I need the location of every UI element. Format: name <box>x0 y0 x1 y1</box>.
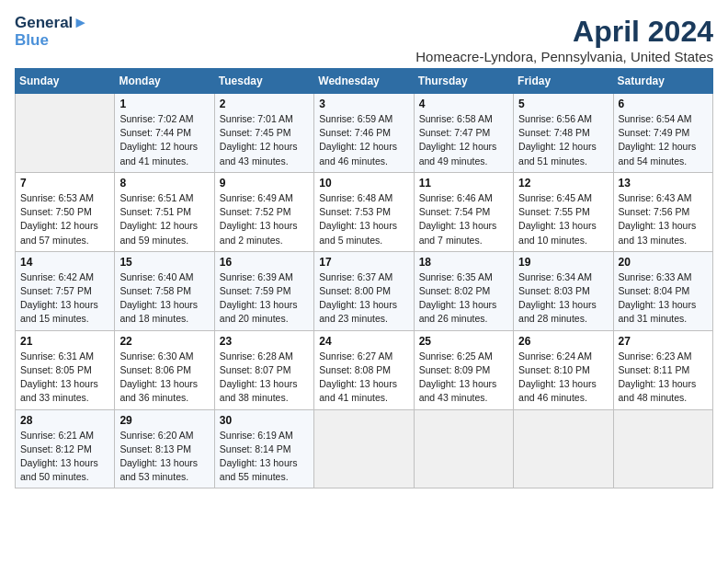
cell-info: Sunrise: 6:40 AMSunset: 7:58 PMDaylight:… <box>119 270 209 327</box>
cell-info: Sunrise: 6:20 AMSunset: 8:13 PMDaylight:… <box>119 429 209 485</box>
day-number: 11 <box>419 177 508 190</box>
day-of-week-header: Friday <box>514 69 613 94</box>
day-number: 2 <box>220 98 309 110</box>
day-of-week-header: Sunday <box>16 69 115 94</box>
calendar-cell: 20Sunrise: 6:33 AMSunset: 8:04 PMDayligh… <box>613 251 712 330</box>
day-number: 5 <box>518 98 608 110</box>
day-number: 24 <box>319 335 408 348</box>
calendar-cell: 4Sunrise: 6:58 AMSunset: 7:47 PMDaylight… <box>414 94 513 173</box>
calendar-cell: 3Sunrise: 6:59 AMSunset: 7:46 PMDaylight… <box>314 94 414 173</box>
day-number: 6 <box>619 98 708 110</box>
day-number: 15 <box>119 256 209 269</box>
month-year-title: April 2024 <box>415 15 713 49</box>
calendar-cell: 28Sunrise: 6:21 AMSunset: 8:12 PMDayligh… <box>16 409 115 488</box>
day-number: 8 <box>119 177 209 190</box>
cell-info: Sunrise: 6:35 AMSunset: 8:02 PMDaylight:… <box>419 270 508 327</box>
calendar-cell <box>414 409 513 488</box>
day-of-week-header: Wednesday <box>314 69 414 94</box>
day-number: 12 <box>518 177 608 190</box>
calendar-cell: 19Sunrise: 6:34 AMSunset: 8:03 PMDayligh… <box>514 251 613 330</box>
cell-info: Sunrise: 7:01 AMSunset: 7:45 PMDaylight:… <box>220 112 309 168</box>
day-number: 18 <box>419 256 508 269</box>
logo-bird-icon: ► <box>73 14 88 31</box>
day-number: 3 <box>319 98 408 110</box>
calendar-cell: 29Sunrise: 6:20 AMSunset: 8:13 PMDayligh… <box>115 409 214 488</box>
day-of-week-header: Thursday <box>414 69 513 94</box>
cell-info: Sunrise: 6:48 AMSunset: 7:53 PMDaylight:… <box>319 191 408 247</box>
calendar-header-row: SundayMondayTuesdayWednesdayThursdayFrid… <box>16 69 713 94</box>
logo: General► Blue <box>15 15 88 49</box>
calendar-cell: 5Sunrise: 6:56 AMSunset: 7:48 PMDaylight… <box>514 94 613 173</box>
day-number: 19 <box>518 256 608 269</box>
calendar-cell: 13Sunrise: 6:43 AMSunset: 7:56 PMDayligh… <box>613 172 712 251</box>
calendar-table: SundayMondayTuesdayWednesdayThursdayFrid… <box>15 68 713 488</box>
day-of-week-header: Monday <box>115 69 214 94</box>
calendar-cell <box>16 94 115 173</box>
day-number: 10 <box>319 177 408 190</box>
day-number: 21 <box>20 335 109 348</box>
cell-info: Sunrise: 6:43 AMSunset: 7:56 PMDaylight:… <box>619 191 708 247</box>
cell-info: Sunrise: 6:27 AMSunset: 8:08 PMDaylight:… <box>319 350 408 406</box>
calendar-cell: 18Sunrise: 6:35 AMSunset: 8:02 PMDayligh… <box>414 251 513 330</box>
day-number: 26 <box>518 335 608 348</box>
day-number: 7 <box>20 177 109 190</box>
calendar-cell: 6Sunrise: 6:54 AMSunset: 7:49 PMDaylight… <box>613 94 712 173</box>
cell-info: Sunrise: 6:19 AMSunset: 8:14 PMDaylight:… <box>220 429 309 485</box>
calendar-week-row: 1Sunrise: 7:02 AMSunset: 7:44 PMDaylight… <box>16 94 713 173</box>
cell-info: Sunrise: 6:49 AMSunset: 7:52 PMDaylight:… <box>220 191 309 247</box>
location-subtitle: Homeacre-Lyndora, Pennsylvania, United S… <box>415 49 713 64</box>
cell-info: Sunrise: 6:56 AMSunset: 7:48 PMDaylight:… <box>518 112 608 168</box>
day-number: 13 <box>619 177 708 190</box>
cell-info: Sunrise: 7:02 AMSunset: 7:44 PMDaylight:… <box>119 112 209 168</box>
cell-info: Sunrise: 6:45 AMSunset: 7:55 PMDaylight:… <box>518 191 608 247</box>
day-number: 20 <box>619 256 708 269</box>
cell-info: Sunrise: 6:28 AMSunset: 8:07 PMDaylight:… <box>220 350 309 406</box>
day-number: 9 <box>220 177 309 190</box>
calendar-cell: 25Sunrise: 6:25 AMSunset: 8:09 PMDayligh… <box>414 330 513 409</box>
calendar-week-row: 7Sunrise: 6:53 AMSunset: 7:50 PMDaylight… <box>16 172 713 251</box>
day-number: 4 <box>419 98 508 110</box>
logo-text-general: General <box>15 14 73 31</box>
calendar-cell: 11Sunrise: 6:46 AMSunset: 7:54 PMDayligh… <box>414 172 513 251</box>
calendar-week-row: 21Sunrise: 6:31 AMSunset: 8:05 PMDayligh… <box>16 330 713 409</box>
cell-info: Sunrise: 6:54 AMSunset: 7:49 PMDaylight:… <box>619 112 708 168</box>
day-number: 14 <box>20 256 109 269</box>
calendar-cell: 1Sunrise: 7:02 AMSunset: 7:44 PMDaylight… <box>115 94 214 173</box>
calendar-week-row: 14Sunrise: 6:42 AMSunset: 7:57 PMDayligh… <box>16 251 713 330</box>
day-number: 17 <box>319 256 408 269</box>
day-of-week-header: Saturday <box>613 69 712 94</box>
cell-info: Sunrise: 6:23 AMSunset: 8:11 PMDaylight:… <box>619 350 708 406</box>
calendar-cell <box>514 409 613 488</box>
calendar-cell: 14Sunrise: 6:42 AMSunset: 7:57 PMDayligh… <box>16 251 115 330</box>
cell-info: Sunrise: 6:58 AMSunset: 7:47 PMDaylight:… <box>419 112 508 168</box>
day-number: 1 <box>119 98 209 110</box>
calendar-cell: 12Sunrise: 6:45 AMSunset: 7:55 PMDayligh… <box>514 172 613 251</box>
day-number: 29 <box>119 414 209 427</box>
cell-info: Sunrise: 6:21 AMSunset: 8:12 PMDaylight:… <box>20 429 109 485</box>
cell-info: Sunrise: 6:33 AMSunset: 8:04 PMDaylight:… <box>619 270 708 327</box>
calendar-cell: 26Sunrise: 6:24 AMSunset: 8:10 PMDayligh… <box>514 330 613 409</box>
cell-info: Sunrise: 6:34 AMSunset: 8:03 PMDaylight:… <box>518 270 608 327</box>
day-number: 25 <box>419 335 508 348</box>
day-number: 23 <box>220 335 309 348</box>
cell-info: Sunrise: 6:46 AMSunset: 7:54 PMDaylight:… <box>419 191 508 247</box>
cell-info: Sunrise: 6:51 AMSunset: 7:51 PMDaylight:… <box>119 191 209 247</box>
calendar-cell: 15Sunrise: 6:40 AMSunset: 7:58 PMDayligh… <box>115 251 214 330</box>
title-block: April 2024 Homeacre-Lyndora, Pennsylvani… <box>415 15 713 64</box>
cell-info: Sunrise: 6:30 AMSunset: 8:06 PMDaylight:… <box>119 350 209 406</box>
cell-info: Sunrise: 6:39 AMSunset: 7:59 PMDaylight:… <box>220 270 309 327</box>
calendar-cell: 22Sunrise: 6:30 AMSunset: 8:06 PMDayligh… <box>115 330 214 409</box>
calendar-cell: 8Sunrise: 6:51 AMSunset: 7:51 PMDaylight… <box>115 172 214 251</box>
cell-info: Sunrise: 6:24 AMSunset: 8:10 PMDaylight:… <box>518 350 608 406</box>
cell-info: Sunrise: 6:31 AMSunset: 8:05 PMDaylight:… <box>20 350 109 406</box>
calendar-body: 1Sunrise: 7:02 AMSunset: 7:44 PMDaylight… <box>16 94 713 488</box>
cell-info: Sunrise: 6:53 AMSunset: 7:50 PMDaylight:… <box>20 191 109 247</box>
day-number: 28 <box>20 414 109 427</box>
calendar-cell: 30Sunrise: 6:19 AMSunset: 8:14 PMDayligh… <box>214 409 313 488</box>
calendar-cell: 10Sunrise: 6:48 AMSunset: 7:53 PMDayligh… <box>314 172 414 251</box>
calendar-cell: 27Sunrise: 6:23 AMSunset: 8:11 PMDayligh… <box>613 330 712 409</box>
calendar-cell: 7Sunrise: 6:53 AMSunset: 7:50 PMDaylight… <box>16 172 115 251</box>
day-of-week-header: Tuesday <box>214 69 313 94</box>
calendar-cell <box>613 409 712 488</box>
day-number: 27 <box>619 335 708 348</box>
